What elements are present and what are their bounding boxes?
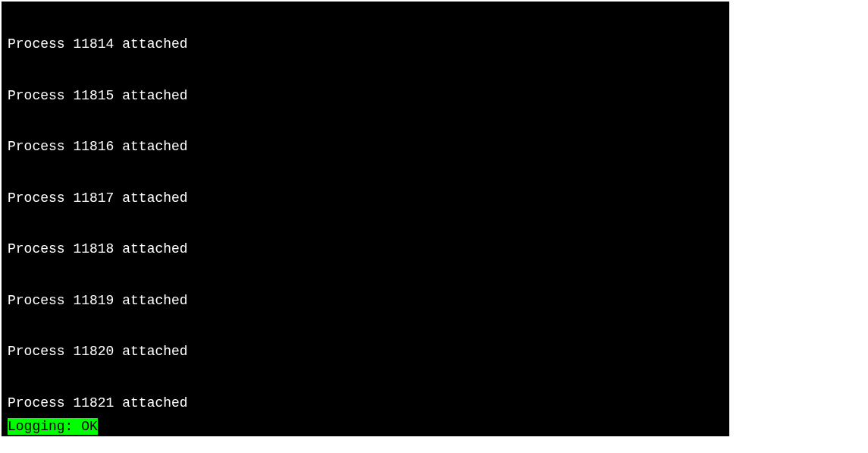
terminal-status-row: Logging: OK <box>8 418 98 436</box>
terminal-line: Process 11817 attached <box>8 190 723 207</box>
terminal-line: Process 11818 attached <box>8 241 723 258</box>
terminal-line: Process 11820 attached <box>8 343 723 360</box>
terminal-line: Process 11815 attached <box>8 87 723 105</box>
logging-status-badge: Logging: OK <box>8 418 98 436</box>
terminal-line: Process 11821 attached <box>8 395 723 412</box>
terminal-output[interactable]: Process 11814 attached Process 11815 att… <box>2 2 729 436</box>
terminal-line: Process 11819 attached <box>8 292 723 310</box>
terminal-line: Process 11814 attached <box>8 36 723 53</box>
terminal-line: Process 11816 attached <box>8 138 723 156</box>
